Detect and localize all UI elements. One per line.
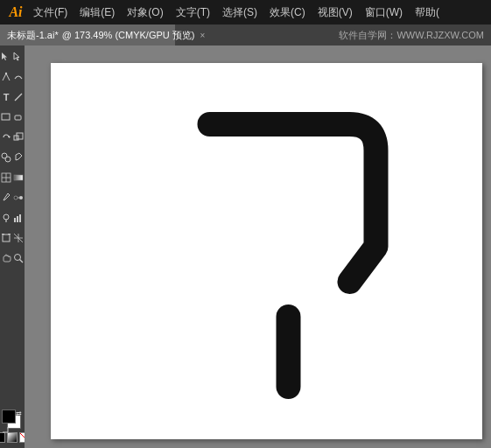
tool-row-rect — [0, 108, 25, 127]
menu-bar: 文件(F) 编辑(E) 对象(O) 文字(T) 选择(S) 效果(C) 视图(V… — [28, 4, 445, 22]
eraser-tool[interactable] — [12, 108, 25, 127]
color-area: ⇄ — [0, 406, 25, 446]
graph-tool[interactable] — [12, 208, 25, 228]
pen-tool[interactable] — [0, 67, 12, 87]
tool-row-mesh — [0, 168, 25, 187]
title-bar: Ai 文件(F) 编辑(E) 对象(O) 文字(T) 选择(S) 效果(C) 视… — [0, 0, 491, 24]
reset-colors-icon[interactable] — [2, 424, 9, 430]
svg-rect-23 — [3, 234, 10, 242]
color-mini-row — [0, 432, 25, 443]
rectangle-tool[interactable] — [0, 108, 12, 127]
svg-point-10 — [5, 157, 11, 162]
blend-tool[interactable] — [12, 188, 25, 207]
zoom-tool[interactable] — [12, 248, 25, 268]
svg-point-15 — [14, 196, 18, 200]
menu-select[interactable]: 选择(S) — [217, 4, 263, 22]
tab-active-label: 未标题-1.ai* — [7, 29, 59, 42]
eyedropper-tool[interactable] — [0, 188, 12, 207]
drawing-canvas[interactable] — [51, 63, 482, 439]
gradient-swatch[interactable] — [7, 432, 18, 443]
svg-point-16 — [19, 196, 23, 200]
svg-rect-5 — [15, 116, 21, 120]
swap-colors-icon[interactable]: ⇄ — [16, 410, 23, 416]
svg-rect-25 — [8, 234, 11, 234]
artboard-tool[interactable] — [0, 228, 12, 248]
svg-rect-21 — [17, 216, 18, 222]
menu-object[interactable]: 对象(O) — [122, 4, 168, 22]
paintbucket-tool[interactable] — [12, 148, 25, 167]
svg-rect-24 — [2, 234, 4, 234]
menu-file[interactable]: 文件(F) — [28, 4, 73, 22]
menu-window[interactable]: 窗口(W) — [360, 4, 408, 22]
mesh-tool[interactable] — [0, 168, 12, 187]
svg-line-3 — [15, 94, 22, 101]
tabs-bar: 未标题-1.ai* @ 173.49% (CMYK/GPU 预览) × 软件自学… — [0, 24, 491, 46]
left-toolbar: T — [0, 46, 25, 448]
svg-rect-4 — [2, 114, 10, 120]
symbolspray-tool[interactable] — [0, 208, 12, 228]
svg-rect-22 — [19, 214, 21, 222]
tool-row-symbol — [0, 208, 25, 228]
menu-edit[interactable]: 编辑(E) — [74, 4, 120, 22]
type-tool[interactable]: T — [0, 88, 12, 107]
rotate-tool[interactable] — [0, 128, 12, 147]
main-area: T — [0, 46, 491, 448]
slice-tool[interactable] — [12, 228, 25, 248]
line-tool[interactable] — [12, 88, 25, 107]
tool-row-shape — [0, 148, 25, 167]
shapebuilder-tool[interactable] — [0, 148, 12, 167]
tab-active-info: @ 173.49% (CMYK/GPU 预览) — [62, 29, 195, 42]
solid-color-icon[interactable] — [0, 432, 5, 443]
svg-rect-14 — [14, 175, 23, 180]
svg-rect-20 — [14, 218, 16, 222]
tool-row-eyedrop — [0, 188, 25, 207]
scale-tool[interactable] — [12, 128, 25, 147]
tool-row-rotate — [0, 128, 25, 147]
tool-row-pen — [0, 67, 25, 87]
tab-active[interactable]: 未标题-1.ai* @ 173.49% (CMYK/GPU 预览) × — [0, 24, 175, 46]
svg-marker-1 — [14, 52, 19, 60]
tool-row-selection — [0, 47, 25, 66]
tab-close-button[interactable]: × — [198, 31, 207, 40]
tool-row-hand — [0, 248, 25, 268]
selection-tool[interactable] — [0, 47, 12, 66]
menu-type[interactable]: 文字(T) — [171, 4, 215, 22]
ai-logo: Ai — [4, 2, 28, 23]
tool-row-type: T — [0, 88, 25, 107]
canvas-inner — [51, 63, 482, 439]
svg-point-26 — [15, 255, 21, 261]
menu-effect[interactable]: 效果(C) — [264, 4, 311, 22]
tab-ad: 软件自学网：WWW.RJZXW.COM — [332, 24, 491, 46]
svg-point-18 — [4, 214, 9, 220]
canvas-area — [25, 46, 491, 448]
tool-row-artboard — [0, 228, 25, 248]
foreground-color-swatch[interactable] — [2, 410, 16, 424]
svg-line-27 — [20, 260, 24, 263]
svg-marker-0 — [2, 52, 7, 60]
svg-point-2 — [5, 73, 7, 74]
direct-selection-tool[interactable] — [12, 47, 25, 66]
curvature-tool[interactable] — [12, 67, 25, 87]
menu-view[interactable]: 视图(V) — [312, 4, 358, 22]
gradient-tool[interactable] — [12, 168, 25, 187]
hand-tool[interactable] — [0, 248, 12, 268]
svg-marker-6 — [9, 136, 11, 138]
color-swatches: ⇄ — [2, 410, 23, 430]
menu-help[interactable]: 帮助( — [410, 4, 445, 22]
